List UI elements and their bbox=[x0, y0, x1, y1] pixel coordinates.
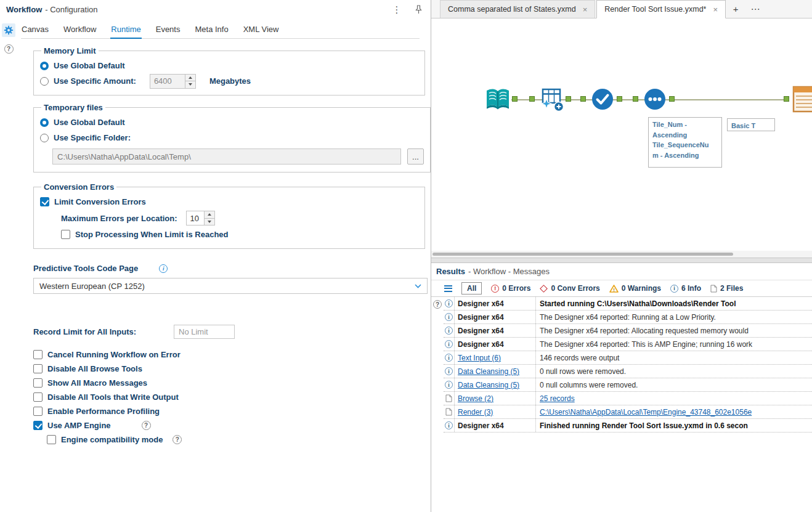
basic-table-annotation[interactable]: Basic T bbox=[727, 118, 775, 131]
engine-compatibility-checkbox[interactable] bbox=[47, 435, 56, 444]
code-page-label: Predictive Tools Code Page bbox=[33, 264, 138, 273]
message-row[interactable]: i Data Cleansing (5) 0 null columns were… bbox=[444, 378, 812, 392]
message-source-link[interactable]: Text Input (6) bbox=[458, 354, 501, 362]
message-source: Designer x64 bbox=[458, 299, 504, 308]
message-row[interactable]: i Designer x64 The Designer x64 reported… bbox=[444, 311, 812, 324]
list-view-icon[interactable] bbox=[444, 285, 452, 292]
limit-conversion-errors-checkbox[interactable] bbox=[40, 197, 49, 206]
amp-help-icon[interactable]: ? bbox=[142, 421, 151, 430]
message-text: The Designer x64 reported: This is AMP E… bbox=[540, 340, 752, 349]
basic-table-tool-icon[interactable] bbox=[792, 85, 812, 113]
more-tabs-button[interactable]: ⋯ bbox=[745, 0, 765, 18]
sort-tool-icon[interactable] bbox=[641, 85, 669, 113]
tab-canvas[interactable]: Canvas bbox=[21, 22, 49, 38]
output-anchor[interactable] bbox=[669, 96, 675, 102]
temp-global-radio[interactable] bbox=[40, 118, 49, 127]
data-cleansing-tool-icon[interactable] bbox=[537, 85, 566, 113]
cancel-on-error-checkbox[interactable] bbox=[33, 350, 43, 359]
canvas-horizontal-scrollbar[interactable] bbox=[431, 251, 812, 258]
filter-info-button[interactable]: i 6 Info bbox=[670, 284, 701, 293]
code-page-dropdown[interactable]: Western European (CP 1252) bbox=[33, 278, 428, 294]
filter-conv-errors-button[interactable]: 0 Conv Errors bbox=[540, 284, 599, 293]
tab-label: Render Tool Sort Issue.yxmd* bbox=[604, 5, 706, 14]
filter-warnings-label: 0 Warnings bbox=[622, 284, 661, 293]
stop-processing-checkbox[interactable] bbox=[61, 230, 70, 239]
tab-xml-view[interactable]: XML View bbox=[243, 22, 280, 38]
message-row[interactable]: i Designer x64 The Designer x64 reported… bbox=[444, 338, 812, 351]
max-errors-stepper[interactable] bbox=[205, 211, 215, 226]
close-icon[interactable]: × bbox=[713, 5, 718, 14]
sort-annotation[interactable]: Tile_Num - Ascending Tile_SequenceNu m -… bbox=[648, 117, 722, 168]
input-anchor[interactable] bbox=[529, 96, 535, 102]
memory-specific-radio[interactable] bbox=[40, 77, 49, 86]
filter-files-button[interactable]: 2 Files bbox=[710, 284, 743, 293]
message-text-link[interactable]: 25 records bbox=[540, 394, 575, 403]
tab-runtime[interactable]: Runtime bbox=[110, 22, 141, 39]
help-icon[interactable]: ? bbox=[4, 44, 14, 54]
message-row[interactable]: i Text Input (6) 146 records were output bbox=[444, 351, 812, 365]
kebab-menu-icon[interactable]: ⋮ bbox=[392, 5, 402, 14]
check-tool-icon[interactable] bbox=[588, 85, 617, 113]
disable-write-output-checkbox[interactable] bbox=[33, 392, 43, 402]
message-text-link[interactable]: C:\Users\Natha\AppData\Local\Temp\Engine… bbox=[540, 408, 752, 417]
workflow-canvas[interactable]: Tile_Num - Ascending Tile_SequenceNu m -… bbox=[431, 18, 812, 258]
output-anchor[interactable] bbox=[512, 96, 518, 102]
gear-icon[interactable] bbox=[2, 23, 15, 37]
message-row[interactable]: i Designer x64 The Designer x64 reported… bbox=[444, 324, 812, 338]
message-row[interactable]: i Designer x64 Started running C:\Users\… bbox=[444, 297, 812, 311]
message-text: Finished running Render Tool Sort Issue.… bbox=[540, 421, 748, 430]
new-tab-button[interactable]: + bbox=[726, 0, 745, 18]
pin-icon[interactable] bbox=[415, 5, 422, 14]
tab-meta-info[interactable]: Meta Info bbox=[194, 22, 229, 38]
max-errors-input[interactable]: 10 bbox=[186, 211, 205, 226]
message-source-link[interactable]: Render (3) bbox=[458, 408, 493, 417]
output-anchor[interactable] bbox=[566, 96, 571, 102]
results-help-icon[interactable]: ? bbox=[433, 300, 442, 309]
memory-amount-stepper[interactable] bbox=[185, 74, 196, 89]
temp-folder-field[interactable]: C:\Users\Natha\AppData\Local\Temp\ bbox=[52, 148, 401, 165]
limit-conversion-errors-label: Limit Conversion Errors bbox=[54, 197, 146, 206]
message-source-link[interactable]: Data Cleansing (5) bbox=[458, 381, 519, 389]
filter-info-label: 6 Info bbox=[681, 284, 701, 293]
close-icon[interactable]: × bbox=[583, 5, 588, 14]
panel-splitter[interactable] bbox=[431, 258, 812, 263]
show-macro-messages-checkbox[interactable] bbox=[33, 378, 43, 388]
message-source-link[interactable]: Data Cleansing (5) bbox=[458, 367, 519, 376]
message-row[interactable]: Render (3) C:\Users\Natha\AppData\Local\… bbox=[444, 405, 812, 419]
use-amp-engine-checkbox[interactable] bbox=[33, 421, 43, 430]
input-anchor[interactable] bbox=[580, 96, 586, 102]
output-anchor[interactable] bbox=[617, 96, 622, 102]
scrollbar-thumb[interactable] bbox=[432, 253, 733, 256]
memory-limit-group: Memory Limit Use Global Default Use Spec… bbox=[33, 46, 425, 95]
message-row[interactable]: i Data Cleansing (5) 0 null rows were re… bbox=[444, 365, 812, 378]
message-text: The Designer x64 reported: Running at a … bbox=[540, 313, 716, 322]
file-icon bbox=[445, 394, 452, 402]
disable-browse-tools-checkbox[interactable] bbox=[33, 364, 43, 373]
document-tab-bar: Comma separated list of States.yxmd × Re… bbox=[431, 0, 812, 18]
info-icon[interactable]: i bbox=[159, 264, 168, 273]
performance-profiling-checkbox[interactable] bbox=[33, 407, 43, 416]
memory-amount-input[interactable]: 6400 bbox=[150, 74, 185, 89]
compatibility-help-icon[interactable]: ? bbox=[173, 435, 182, 444]
results-gutter: ? bbox=[431, 297, 444, 512]
memory-global-radio[interactable] bbox=[40, 62, 49, 70]
filter-warnings-button[interactable]: ! 0 Warnings bbox=[609, 284, 661, 293]
tab-workflow[interactable]: Workflow bbox=[63, 22, 97, 38]
tab-events[interactable]: Events bbox=[155, 22, 181, 38]
tab-render-tool-sort-issue[interactable]: Render Tool Sort Issue.yxmd* × bbox=[596, 0, 726, 18]
message-row[interactable]: Browse (2) 25 records bbox=[444, 392, 812, 405]
stop-processing-label: Stop Processing When Limit is Reached bbox=[75, 230, 229, 239]
filter-errors-button[interactable]: ! 0 Errors bbox=[491, 284, 530, 293]
temp-specific-radio[interactable] bbox=[40, 134, 49, 142]
filter-errors-label: 0 Errors bbox=[502, 284, 530, 293]
info-icon: i bbox=[445, 421, 453, 429]
input-anchor[interactable] bbox=[784, 96, 789, 102]
text-input-tool-icon[interactable] bbox=[484, 85, 512, 113]
input-anchor[interactable] bbox=[633, 96, 638, 102]
record-limit-input[interactable] bbox=[174, 325, 235, 339]
browse-folder-button[interactable]: ... bbox=[407, 148, 424, 165]
message-source-link[interactable]: Browse (2) bbox=[458, 394, 493, 403]
filter-all-button[interactable]: All bbox=[461, 282, 482, 295]
message-row[interactable]: i Designer x64 Finished running Render T… bbox=[444, 419, 812, 433]
tab-comma-separated-list[interactable]: Comma separated list of States.yxmd × bbox=[440, 0, 595, 18]
